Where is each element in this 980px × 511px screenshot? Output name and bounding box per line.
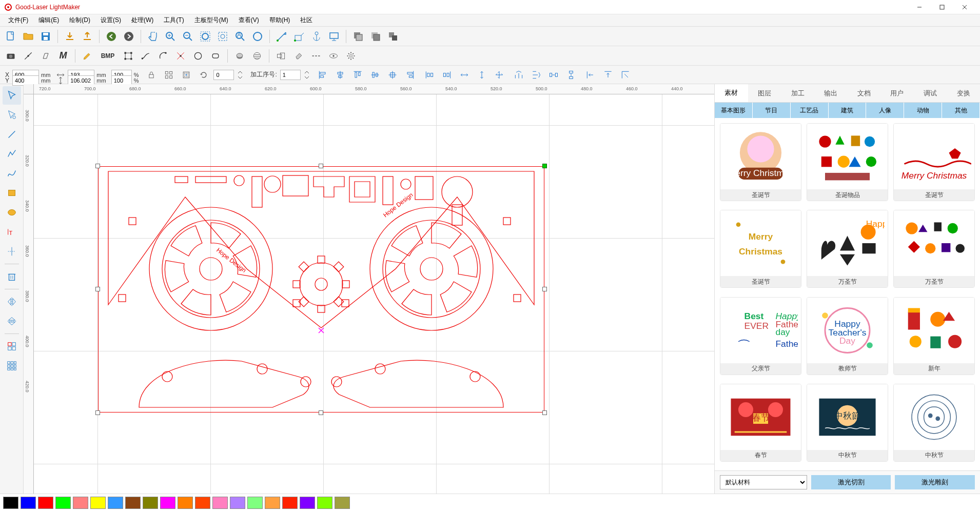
menu-file[interactable]: 文件(F) [3,14,33,26]
intersection-button[interactable] [173,48,188,64]
curve-tool[interactable] [3,164,21,183]
redo-button[interactable] [121,29,136,44]
library-item[interactable]: 春节春节 [720,384,801,462]
pen-button[interactable] [80,48,95,64]
color-swatch[interactable] [21,497,36,509]
subcat-other[interactable]: 其他 [942,103,980,118]
library-item[interactable]: 中秋節中秋节 [807,384,888,462]
align-hcenter-button[interactable] [332,67,348,83]
align-center-button[interactable] [385,67,400,83]
dist-right-button[interactable] [439,67,455,83]
skew-button[interactable] [38,48,53,64]
same-height-button[interactable] [474,67,489,83]
align-page-top-button[interactable] [600,67,616,83]
align-right-button[interactable] [402,67,418,83]
library-item[interactable]: BestEVERHappyFather'sdayFather's父亲节 [720,297,801,375]
minimize-button[interactable] [908,0,931,14]
library-item[interactable]: 万圣节 [893,210,975,288]
color-swatch[interactable] [317,497,332,509]
camera-button[interactable] [3,48,18,64]
color-swatch[interactable] [195,497,210,509]
subcat-holiday[interactable]: 节日 [753,103,791,118]
mirror-v-tool[interactable] [3,312,21,330]
color-swatch[interactable] [3,497,18,509]
color-swatch[interactable] [160,497,175,509]
align-page-left-button[interactable] [583,67,598,83]
tab-debug[interactable]: 调试 [914,84,947,102]
menu-view[interactable]: 查看(V) [233,14,264,26]
color-swatch[interactable] [247,497,263,509]
color-swatch[interactable] [300,497,315,509]
canvas[interactable]: Hope Design Hope Design [34,94,714,494]
save-button[interactable] [38,29,53,44]
laser-engrave-button[interactable]: 激光雕刻 [895,475,975,489]
ellipse-tool[interactable] [3,203,21,222]
material-select[interactable]: 默认材料 [720,475,807,489]
circle-button[interactable] [190,48,206,64]
color-swatch[interactable] [143,497,158,509]
menu-draw[interactable]: 绘制(D) [64,14,95,26]
curve-button[interactable] [138,48,153,64]
color-swatch[interactable] [282,497,298,509]
color-swatch[interactable] [125,497,141,509]
menu-help[interactable]: 帮助(H) [264,14,296,26]
menu-community[interactable]: 社区 [295,14,318,26]
dist-v-button[interactable] [528,67,544,83]
new-file-button[interactable] [3,29,18,44]
text-tool[interactable]: T [3,223,21,241]
shadow-button[interactable] [232,48,247,64]
zoom-out-button[interactable] [180,29,195,44]
tab-material[interactable]: 素材 [715,84,748,102]
maximize-button[interactable] [931,0,953,14]
path-direction-button[interactable] [291,29,307,44]
menu-tools[interactable]: 工具(T) [159,14,189,26]
anchor-grid-button[interactable] [179,67,194,83]
line-tool[interactable] [3,125,21,144]
rotate-button[interactable] [196,67,211,83]
lock-aspect-button[interactable] [144,67,159,83]
tab-process[interactable]: 加工 [781,84,814,102]
mirror-h-tool[interactable] [3,292,21,311]
dist-left-button[interactable] [422,67,437,83]
overlay1-button[interactable] [350,29,366,44]
line-edit-button[interactable] [21,48,36,64]
zoom-actual-button[interactable]: A [232,29,248,44]
tab-output[interactable]: 输出 [814,84,848,102]
library-item[interactable]: 圣诞物品 [807,123,888,201]
polyline-tool[interactable] [3,145,21,163]
color-swatch[interactable] [55,497,71,509]
library-item[interactable]: Merry Christmas圣诞节 [893,123,975,201]
align-left-button[interactable] [315,67,330,83]
menu-edit[interactable]: 编辑(E) [33,14,64,26]
select-tool[interactable] [3,86,21,105]
menu-mainboard[interactable]: 主板型号(M) [189,14,233,26]
bmp-button[interactable]: BMP [97,48,119,64]
grid-snap-button[interactable] [161,67,177,83]
anchor-button[interactable] [309,29,324,44]
same-width-button[interactable] [457,67,472,83]
canvas-area[interactable]: 720.0 700.0 680.0 660.0 640.0 620.0 600.… [24,84,714,494]
seq-input[interactable] [280,70,301,80]
subcat-building[interactable]: 建筑 [829,103,867,118]
library-item[interactable]: Happy万圣节 [807,210,888,288]
eraser-button[interactable] [291,48,306,64]
dash-button[interactable] [308,48,324,64]
tab-user[interactable]: 用户 [880,84,914,102]
color-swatch[interactable] [90,497,106,509]
overlay3-button[interactable] [385,29,401,44]
library-item[interactable]: HappyTeacher'sDay教师节 [807,297,888,375]
rot-input[interactable] [213,70,234,80]
seq-spin-icon[interactable] [303,67,311,83]
overlay2-button[interactable] [368,29,383,44]
color-swatch[interactable] [108,497,123,509]
close-button[interactable] [953,0,976,14]
delete-tool[interactable] [3,267,21,286]
align-top-button[interactable] [350,67,365,83]
tab-document[interactable]: 文档 [848,84,881,102]
open-file-button[interactable] [21,29,36,44]
subcat-basic[interactable]: 基本图形 [715,103,753,118]
grid-array-tool[interactable] [3,357,21,375]
preview-button[interactable] [326,48,341,64]
color-swatch[interactable] [212,497,228,509]
align-vcenter-button[interactable] [367,67,383,83]
